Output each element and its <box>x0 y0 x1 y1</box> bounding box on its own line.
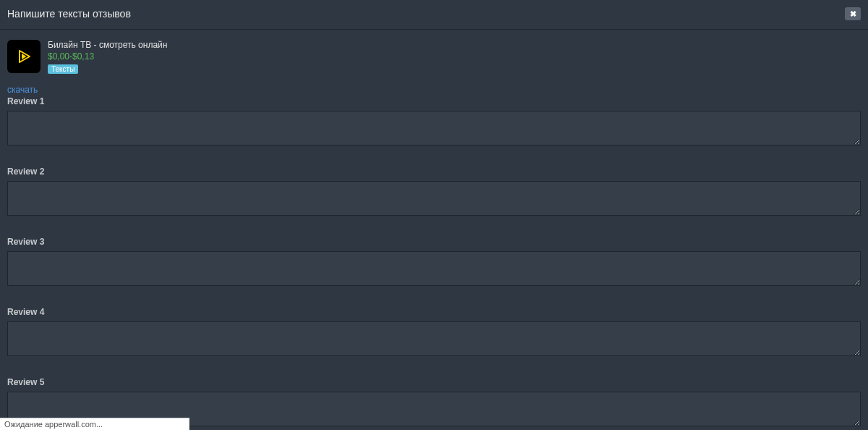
modal-title: Напишите тексты отзывов <box>7 8 131 20</box>
review-label-5: Review 5 <box>7 377 861 387</box>
play-icon <box>15 48 33 65</box>
status-bar: Ожидание apperwall.com... <box>0 418 190 430</box>
review-label-4: Review 4 <box>7 307 861 317</box>
review-input-4[interactable] <box>7 321 861 356</box>
app-meta: Билайн ТВ - смотреть онлайн $0,00-$0,13 … <box>48 40 167 74</box>
modal-header: Напишите тексты отзывов ✖ <box>0 0 868 30</box>
app-icon <box>7 40 41 73</box>
close-button[interactable]: ✖ <box>845 7 861 20</box>
review-input-1[interactable] <box>7 111 861 146</box>
app-name: Билайн ТВ - смотреть онлайн <box>48 40 167 50</box>
review-block-1: Review 1 <box>7 96 861 148</box>
review-block-3: Review 3 <box>7 237 861 288</box>
review-label-1: Review 1 <box>7 96 861 106</box>
review-input-2[interactable] <box>7 181 861 216</box>
review-block-4: Review 4 <box>7 307 861 358</box>
review-label-2: Review 2 <box>7 166 861 177</box>
texts-badge: Тексты <box>48 64 78 74</box>
review-label-3: Review 3 <box>7 237 861 247</box>
review-input-3[interactable] <box>7 251 861 286</box>
app-price: $0,00-$0,13 <box>48 51 167 62</box>
download-link[interactable]: скачать <box>7 85 38 95</box>
close-icon: ✖ <box>850 9 856 19</box>
app-info: Билайн ТВ - смотреть онлайн $0,00-$0,13 … <box>7 40 861 74</box>
review-block-2: Review 2 <box>7 166 861 218</box>
modal-body: Билайн ТВ - смотреть онлайн $0,00-$0,13 … <box>0 30 868 430</box>
